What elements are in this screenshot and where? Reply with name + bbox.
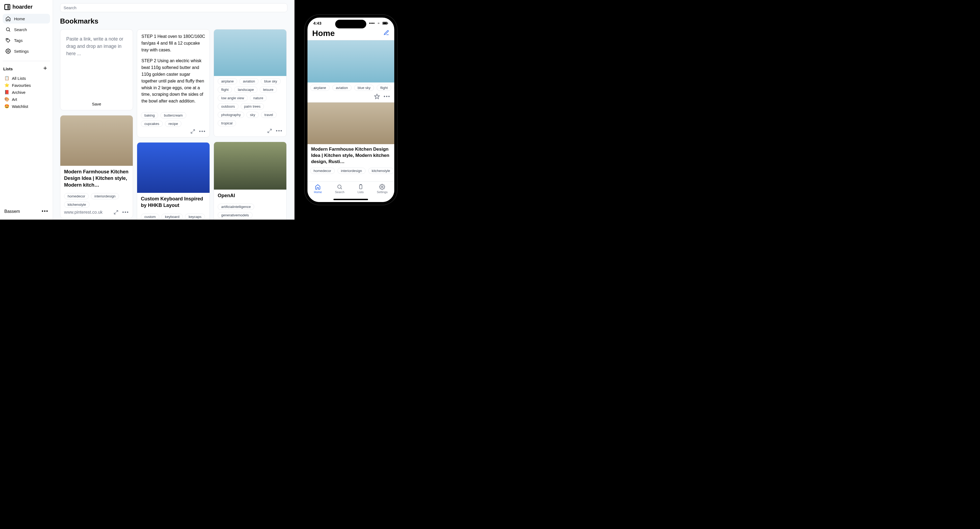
card-menu-button[interactable]: ••• (384, 94, 390, 100)
tag[interactable]: interiordesign (337, 168, 366, 174)
svg-point-6 (338, 185, 341, 188)
nav-label: Tags (14, 38, 23, 43)
svg-point-0 (6, 27, 10, 31)
card-image (60, 115, 133, 166)
tab-search[interactable]: Search (335, 184, 345, 194)
app-logo[interactable]: hoarder (3, 3, 50, 14)
tag[interactable]: palm trees (241, 103, 264, 110)
search-input[interactable]: Search (60, 3, 288, 12)
card-title: Modern Farmhouse Kitchen Design Idea | K… (307, 144, 394, 166)
tag[interactable]: flight (377, 84, 391, 91)
status-time: 4:43 (313, 21, 321, 25)
svg-rect-4 (383, 22, 387, 24)
tag[interactable]: blue sky (261, 78, 281, 84)
search-icon (5, 27, 11, 32)
plus-icon (43, 65, 48, 71)
list-label: Favourties (12, 83, 31, 88)
tab-label: Lists (358, 190, 364, 194)
expand-icon[interactable] (190, 129, 195, 134)
tag[interactable]: kitchenstyle (64, 201, 89, 208)
tag[interactable]: custom (141, 214, 159, 220)
tag[interactable]: flight (218, 86, 232, 93)
svg-point-2 (8, 51, 9, 52)
bookmark-card-kitchen[interactable]: Modern Farmhouse Kitchen Design Idea | K… (60, 115, 133, 218)
tag[interactable]: outdoors (218, 103, 239, 110)
tag-icon (5, 38, 11, 43)
compose-button[interactable] (383, 30, 390, 37)
card-title: Modern Farmhouse Kitchen Design Idea | K… (64, 169, 129, 188)
star-icon[interactable] (374, 94, 380, 100)
tab-lists[interactable]: Lists (358, 184, 364, 194)
tag[interactable]: generativemodels (218, 212, 253, 218)
tag[interactable]: baking (141, 112, 158, 118)
tag[interactable]: nature (250, 95, 267, 101)
bookmark-card-openai[interactable]: OpenAI artificialintelligence generative… (214, 142, 286, 220)
card-source: www.pinterest.co.uk (64, 210, 102, 215)
list-favourites[interactable]: ⭐Favourties (3, 82, 50, 88)
bookmark-card-recipe[interactable]: STEP 1 Heat oven to 180C/160C fan/gas 4 … (137, 29, 210, 137)
tag[interactable]: aviation (239, 78, 259, 84)
card-title: OpenAI (218, 192, 283, 199)
bookmark-card-palms[interactable]: airplane aviation blue sky flight landsc… (214, 29, 286, 137)
home-icon (315, 184, 321, 190)
card-menu-button[interactable]: ••• (276, 129, 283, 132)
page-title: Bookmarks (60, 17, 288, 25)
lists-group: 📋All Lists ⭐Favourties 📕Archive 🎨Art 🤩Wa… (3, 75, 50, 110)
tag[interactable]: keyboard (161, 214, 183, 220)
card-title: Custom Keyboard Inspired by HHKB Layout (141, 196, 206, 209)
phone-card-palms[interactable]: airplane aviation blue sky flight landsc… (307, 40, 394, 102)
tag[interactable]: buttercream (161, 112, 186, 118)
card-menu-button[interactable]: ••• (122, 211, 129, 214)
tab-settings[interactable]: Settings (377, 184, 388, 194)
expand-icon[interactable] (267, 129, 272, 133)
tag[interactable]: photography (218, 112, 244, 118)
note-body: STEP 1 Heat oven to 180C/160C fan/gas 4 … (137, 29, 210, 110)
tag[interactable]: aviation (332, 84, 352, 91)
current-user: Bassem (4, 209, 20, 214)
user-menu-button[interactable]: ••• (41, 209, 48, 214)
phone-preview: 4:43 •••• Home airplane aviation blue sk… (294, 0, 407, 220)
tag[interactable]: artificialintelligence (218, 204, 254, 210)
tag[interactable]: tropical (218, 120, 236, 126)
signal-icon: •••• (369, 21, 374, 25)
tag[interactable]: homedecor (310, 168, 335, 174)
card-image (307, 102, 394, 144)
tag[interactable]: kitchenstyle (368, 168, 394, 174)
add-list-button[interactable] (43, 65, 48, 72)
tag[interactable]: keycaps (185, 214, 205, 220)
tag[interactable]: airplane (310, 84, 329, 91)
nav-tags[interactable]: Tags (3, 35, 50, 45)
expand-icon[interactable] (114, 210, 118, 215)
wifi-icon (376, 22, 381, 25)
tag[interactable]: airplane (218, 78, 237, 84)
edit-icon (383, 30, 390, 36)
home-icon (5, 16, 11, 21)
bookmark-card-keyboard[interactable]: Custom Keyboard Inspired by HHKB Layout … (137, 142, 210, 220)
phone-card-kitchen[interactable]: Modern Farmhouse Kitchen Design Idea | K… (307, 102, 394, 175)
nav-settings[interactable]: Settings (3, 46, 50, 56)
list-archive[interactable]: 📕Archive (3, 89, 50, 96)
nav-home[interactable]: Home (3, 14, 50, 24)
note-paragraph: STEP 2 Using an electric whisk beat 110g… (142, 57, 205, 105)
tag[interactable]: sky (247, 112, 259, 118)
card-menu-button[interactable]: ••• (199, 130, 206, 133)
tab-home[interactable]: Home (314, 184, 322, 194)
tag[interactable]: landscape (234, 86, 257, 93)
composer-card[interactable]: Paste a link, write a note or drag and d… (60, 29, 133, 110)
tag[interactable]: travel (261, 112, 277, 118)
list-all-lists[interactable]: 📋All Lists (3, 75, 50, 81)
tag[interactable]: low angle view (218, 95, 248, 101)
tag[interactable]: homedecor (64, 193, 89, 199)
tag[interactable]: leisure (259, 86, 277, 93)
tag[interactable]: blue sky (354, 84, 374, 91)
nav-search[interactable]: Search (3, 25, 50, 34)
tag[interactable]: cupcakes (141, 121, 163, 127)
list-watchlist[interactable]: 🤩Watchlist (3, 103, 50, 110)
app-name: hoarder (13, 4, 32, 10)
home-indicator (333, 199, 368, 200)
list-art[interactable]: 🎨Art (3, 96, 50, 102)
save-button[interactable]: Save (66, 58, 127, 106)
tag[interactable]: recipe (165, 121, 181, 127)
main-content: Search Bookmarks Paste a link, write a n… (53, 0, 294, 220)
tag[interactable]: interiordesign (91, 193, 119, 199)
